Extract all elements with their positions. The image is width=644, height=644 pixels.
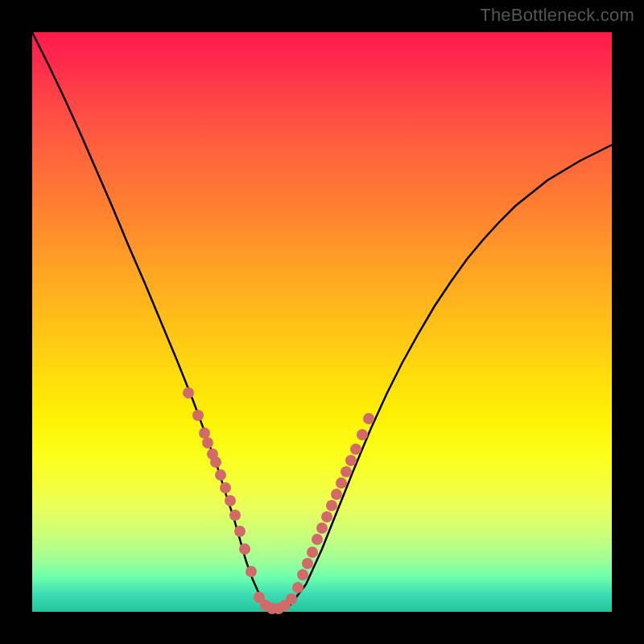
highlight-dot <box>229 510 241 521</box>
highlight-dots-bottom <box>254 582 303 614</box>
highlight-dot <box>202 437 213 448</box>
highlight-dot <box>183 387 194 398</box>
highlight-dot <box>210 456 221 468</box>
highlight-dot <box>225 495 236 506</box>
bottleneck-curve <box>32 32 612 609</box>
highlight-dot <box>297 569 308 580</box>
highlight-dot <box>312 534 323 545</box>
highlight-dot <box>326 500 337 511</box>
highlight-dot <box>292 582 303 593</box>
highlight-dot <box>286 593 297 605</box>
chart-svg <box>32 32 612 612</box>
highlight-dot <box>341 466 352 477</box>
highlight-dot <box>316 522 328 534</box>
highlight-dot <box>363 413 374 424</box>
highlight-dot <box>350 444 361 455</box>
highlight-dot <box>199 427 210 439</box>
highlight-dot <box>234 526 246 537</box>
highlight-dot <box>215 469 226 481</box>
highlight-dot <box>220 482 231 493</box>
highlight-dot <box>336 477 347 489</box>
highlight-dot <box>307 547 318 558</box>
highlight-dot <box>239 543 250 555</box>
highlight-dot <box>331 489 342 500</box>
highlight-dot <box>302 558 313 569</box>
chart-frame: TheBottleneck.com <box>0 0 644 644</box>
watermark-text: TheBottleneck.com <box>480 5 634 26</box>
highlight-dot <box>357 429 368 440</box>
highlight-dot <box>192 410 204 421</box>
highlight-dot <box>345 455 357 466</box>
highlight-dots-right <box>297 413 374 580</box>
plot-area <box>32 32 612 612</box>
highlight-dot <box>246 566 257 577</box>
highlight-dots-left <box>183 387 257 577</box>
highlight-dot <box>321 511 332 522</box>
